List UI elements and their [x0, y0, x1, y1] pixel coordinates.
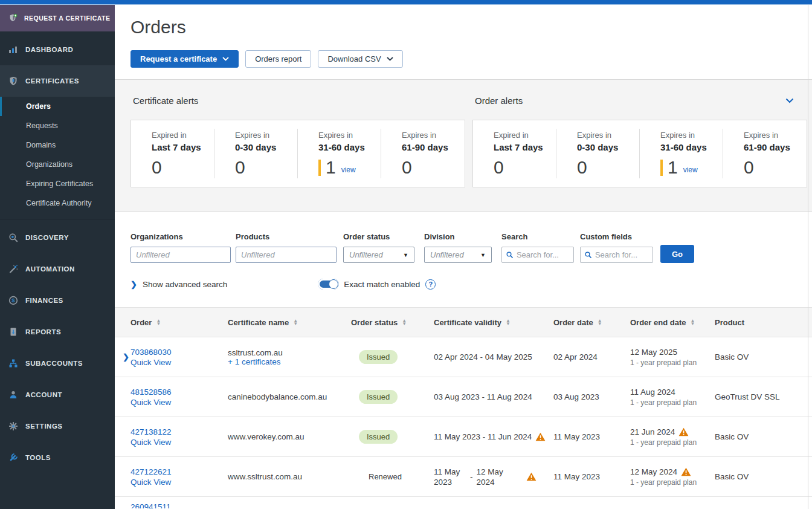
sidebar-item-automation[interactable]: AUTOMATION	[0, 253, 115, 285]
chevron-down-icon	[387, 57, 393, 61]
sidebar-item-finances[interactable]: $FINANCES	[0, 285, 115, 316]
order-date: 11 May 2023	[553, 472, 630, 481]
certificate-name: caninebodybalance.com.au	[228, 392, 327, 401]
column-label: Order date	[553, 318, 593, 327]
table-row-partial: 260941511	[115, 497, 812, 508]
quick-view-link[interactable]: Quick View	[130, 358, 171, 367]
products-input[interactable]	[236, 247, 337, 263]
submenu-item-requests[interactable]: Requests	[0, 116, 115, 135]
sidebar-item-label: TOOLS	[25, 454, 51, 461]
sidebar-item-discovery[interactable]: DISCOVERY	[0, 222, 115, 253]
exact-match-toggle[interactable]	[318, 279, 339, 290]
submenu-item-certificate-authority[interactable]: Certificate Authority	[0, 193, 115, 213]
table-row: 427122621Quick Viewwww.ssltrust.com.auRe…	[115, 457, 812, 497]
order-id-link[interactable]: 427122621	[130, 467, 172, 476]
download-csv-label: Download CSV	[327, 54, 381, 63]
order-status-select[interactable]: Unfiltered▼	[343, 247, 414, 263]
stat-value: 0	[152, 158, 162, 177]
alert-stat-cell: Expired inLast 7 days0	[473, 120, 556, 187]
sort-icon: ▲▼	[690, 319, 695, 325]
organizations-input[interactable]	[130, 247, 231, 263]
sort-icon: ▲▼	[506, 319, 511, 325]
subaccounts-icon	[8, 358, 18, 368]
help-icon[interactable]: ?	[425, 279, 436, 290]
order-id-link[interactable]: 481528586	[130, 387, 172, 397]
sidebar-item-dashboard[interactable]: DASHBOARD	[0, 34, 115, 65]
column-header-certificate-name[interactable]: Certificate name▲▼	[228, 318, 351, 327]
stat-prefix: Expires in	[577, 131, 640, 140]
more-certificates-link[interactable]: + 1 certificates	[228, 357, 280, 366]
column-header-order-date[interactable]: Order date▲▼	[553, 318, 630, 327]
view-link[interactable]: view	[341, 166, 356, 174]
alert-stat-cell: Expires in31-60 days1view	[298, 120, 381, 187]
order-alerts-collapse-chevron-icon[interactable]	[785, 98, 794, 103]
submenu-item-orders[interactable]: Orders	[0, 97, 115, 116]
sidebar-item-certificates[interactable]: CERTIFICATES	[0, 65, 115, 97]
sidebar-item-reports[interactable]: REPORTS	[0, 316, 115, 348]
sidebar-item-label: ACCOUNT	[25, 391, 62, 398]
stat-prefix: Expired in	[494, 131, 556, 140]
page-title: Orders	[130, 17, 812, 37]
sidebar-item-settings[interactable]: SETTINGS	[0, 410, 115, 442]
quick-view-link[interactable]: Quick View	[130, 438, 171, 447]
scrollbar-gutter[interactable]	[808, 5, 808, 509]
request-a-certificate-dropdown-button[interactable]: Request a certificate	[130, 50, 239, 68]
expand-row-chevron-icon[interactable]: ❯	[123, 352, 129, 361]
column-header-order-status[interactable]: Order status▲▼	[351, 318, 434, 327]
stat-value: 0	[577, 158, 587, 177]
view-link[interactable]: view	[683, 166, 698, 174]
custom-fields-search	[580, 247, 653, 263]
submenu-item-label: Requests	[26, 122, 58, 130]
stat-value: 0	[494, 158, 504, 177]
download-csv-button[interactable]: Download CSV	[318, 50, 402, 68]
column-label: Order	[130, 318, 152, 327]
validity-range: 11 May 2023 - 11 Jun 2024	[434, 432, 532, 441]
submenu-item-domains[interactable]: Domains	[0, 135, 115, 155]
search-label: Search	[501, 232, 574, 241]
column-header-order-end-date[interactable]: Order end date▲▼	[630, 318, 715, 327]
division-select[interactable]: Unfiltered▼	[424, 247, 492, 263]
organizations-filter: Organizations	[130, 232, 231, 263]
order-id-link[interactable]: 703868030	[130, 348, 172, 357]
stat-period: 61-90 days	[402, 142, 465, 152]
custom-fields-search-input[interactable]	[595, 250, 648, 259]
svg-text:$: $	[11, 297, 15, 303]
alert-stat-cell: Expires in61-90 days0	[723, 120, 807, 187]
column-label: Order end date	[630, 318, 686, 327]
submenu-item-organizations[interactable]: Organizations	[0, 155, 115, 174]
search-search-input[interactable]	[517, 250, 569, 259]
sort-icon: ▲▼	[156, 319, 161, 325]
order-date: 02 Apr 2024	[553, 352, 630, 361]
certificate-alerts-stats: Expired inLast 7 days0Expires in0-30 day…	[130, 120, 465, 187]
warning-icon	[526, 472, 536, 481]
order-status-filter: Order statusUnfiltered▼	[343, 232, 414, 263]
column-header-certificate-validity[interactable]: Certificate validity▲▼	[434, 318, 553, 327]
stat-value: 1	[326, 158, 336, 177]
sidebar-item-tools[interactable]: TOOLS	[0, 442, 115, 473]
quick-view-link[interactable]: Quick View	[130, 398, 171, 407]
stat-period: 31-60 days	[660, 142, 723, 152]
sidebar-item-subaccounts[interactable]: SUBACCOUNTS	[0, 348, 115, 379]
column-header-order[interactable]: Order▲▼	[130, 318, 228, 327]
order-alerts-title: Order alerts	[475, 96, 523, 106]
stat-value: 0	[402, 158, 412, 177]
stat-value: 1	[668, 158, 678, 177]
submenu-item-expiring-certificates[interactable]: Expiring Certificates	[0, 174, 115, 193]
request-button-label: Request a certificate	[140, 54, 217, 63]
orders-report-button[interactable]: Orders report	[245, 50, 311, 68]
go-button[interactable]: Go	[660, 245, 694, 263]
submenu-item-label: Domains	[26, 141, 56, 149]
order-id-link[interactable]: 260941511	[130, 502, 171, 508]
sidebar-item-account[interactable]: ACCOUNT	[0, 379, 115, 410]
quick-view-link[interactable]: Quick View	[130, 478, 171, 487]
products-label: Products	[236, 232, 337, 241]
table-row: ❯703868030Quick Viewssltrust.com.au+ 1 c…	[115, 337, 812, 377]
alert-stat-cell: Expires in0-30 days0	[214, 120, 298, 187]
orders-report-label: Orders report	[255, 54, 301, 63]
orders-table: Order▲▼Certificate name▲▼Order status▲▼C…	[115, 307, 812, 508]
order-id-link[interactable]: 427138122	[130, 427, 172, 436]
stat-value: 0	[744, 158, 754, 177]
show-advanced-search-link[interactable]: ❯ Show advanced search	[130, 280, 227, 289]
request-a-certificate-button[interactable]: REQUEST A CERTIFICATE	[0, 5, 115, 31]
table-row: 427138122Quick Viewwww.verokey.com.auIss…	[115, 417, 812, 457]
